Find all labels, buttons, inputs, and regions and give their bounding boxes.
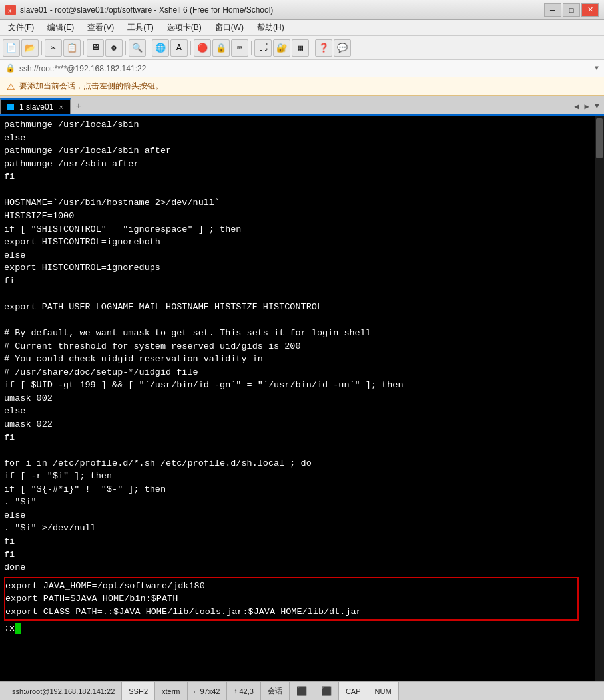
tab-nav-prev[interactable]: ◀ xyxy=(572,102,581,112)
menu-help[interactable]: 帮助(H) xyxy=(252,21,290,35)
tab-add-btn[interactable]: + xyxy=(71,98,87,114)
status-btn2[interactable]: ⬛ xyxy=(314,682,339,700)
toolbar-grid[interactable]: ▦ xyxy=(292,39,309,57)
terminal-line: else xyxy=(4,132,581,145)
terminal[interactable]: pathmunge /usr/local/sbinelse pathmunge … xyxy=(0,116,595,681)
warning-icon: ⚠ xyxy=(7,81,15,92)
title-bar: x slave01 - root@slave01:/opt/software -… xyxy=(0,0,604,20)
scrollbar-thumb[interactable] xyxy=(596,118,603,158)
tab-close-btn[interactable]: × xyxy=(59,103,63,111)
toolbar-open[interactable]: 📂 xyxy=(21,39,39,57)
minimize-button[interactable]: ─ xyxy=(544,3,561,17)
terminal-line: if [ "${-#*i}" != "$-" ]; then xyxy=(4,483,581,496)
terminal-line: if [ "$HISTCONTROL" = "ignorespace" ] ; … xyxy=(4,223,581,236)
toolbar-copy[interactable]: 📋 xyxy=(63,39,81,57)
tab-indicator xyxy=(7,104,14,110)
status-bar: ssh://root@192.168.182.141:22 SSH2 xterm… xyxy=(0,681,604,700)
menu-window[interactable]: 窗口(W) xyxy=(210,21,249,35)
toolbar-session[interactable]: ⚙ xyxy=(105,39,123,57)
terminal-line: fi xyxy=(4,548,581,562)
terminal-line: fi xyxy=(4,431,581,444)
terminal-line: fi xyxy=(4,170,581,184)
toolbar-sep2 xyxy=(83,41,84,55)
terminal-line xyxy=(4,444,581,457)
terminal-line: pathmunge /usr/sbin after xyxy=(4,158,581,171)
terminal-line xyxy=(4,287,581,301)
highlighted-line: export JAVA_HOME=/opt/software/jdk180 xyxy=(5,580,577,593)
menu-tabs[interactable]: 选项卡(B) xyxy=(162,21,207,35)
prompt-text: :x xyxy=(4,622,15,635)
terminal-line: if [ $UID -gt 199 ] && [ "`/usr/bin/id -… xyxy=(4,379,581,392)
toolbar-sep6 xyxy=(251,41,252,55)
info-bar-text: 要添加当前会话，点击左侧的箭头按钮。 xyxy=(19,81,163,92)
terminal-line: pathmunge /usr/local/sbin after xyxy=(4,144,581,158)
address-text: ssh://root:****@192.168.182.141:22 xyxy=(19,64,146,73)
toolbar-fullscreen[interactable]: ⛶ xyxy=(254,39,272,57)
toolbar-record[interactable]: 🔴 xyxy=(194,39,211,57)
terminal-line: fi xyxy=(4,275,581,288)
toolbar-globe[interactable]: 🌐 xyxy=(152,39,169,57)
menu-file[interactable]: 文件(F) xyxy=(3,21,39,35)
menu-tools[interactable]: 工具(T) xyxy=(122,21,158,35)
window-controls[interactable]: ─ □ ✕ xyxy=(544,3,599,17)
tab-nav: ◀ ▶ ▼ xyxy=(569,98,604,114)
menu-bar: 文件(F) 编辑(E) 查看(V) 工具(T) 选项卡(B) 窗口(W) 帮助(… xyxy=(0,20,604,36)
tab-nav-next[interactable]: ▶ xyxy=(583,102,591,112)
prompt-line: :x xyxy=(4,622,581,635)
toolbar-sep3 xyxy=(125,41,126,55)
toolbar-lock2[interactable]: 🔐 xyxy=(273,39,290,57)
highlighted-section: export JAVA_HOME=/opt/software/jdk180exp… xyxy=(4,577,579,621)
title-bar-left: x slave01 - root@slave01:/opt/software -… xyxy=(5,5,273,15)
toolbar-chat[interactable]: 💬 xyxy=(334,39,351,57)
terminal-line: else xyxy=(4,509,581,522)
status-caps: CAP xyxy=(339,682,368,700)
terminal-line: HOSTNAME=`/usr/bin/hostname 2>/dev/null` xyxy=(4,196,581,210)
address-dropdown-btn[interactable]: ▼ xyxy=(595,65,599,72)
status-btn1[interactable]: ⬛ xyxy=(290,682,314,700)
status-protocol: SSH2 xyxy=(122,682,155,700)
terminal-line: umask 002 xyxy=(4,392,581,405)
toolbar-new[interactable]: 📄 xyxy=(3,39,20,57)
terminal-line xyxy=(4,184,581,197)
maximize-button[interactable]: □ xyxy=(563,3,580,17)
cursor xyxy=(15,623,21,634)
status-connection: ssh://root@192.168.182.141:22 xyxy=(5,682,122,700)
status-session[interactable]: 会话 xyxy=(261,682,290,700)
address-bar: 🔒 ssh://root:****@192.168.182.141:22 ▼ xyxy=(0,60,604,77)
highlighted-line: export PATH=$JAVA_HOME/bin:$PATH xyxy=(5,592,577,606)
toolbar: 📄 📂 ✂ 📋 🖥 ⚙ 🔍 🌐 A 🔴 🔒 ⌨ ⛶ 🔐 ▦ ❓ 💬 xyxy=(0,36,604,60)
status-size: ⌐ 97x42 xyxy=(188,682,228,700)
toolbar-sep7 xyxy=(312,41,312,55)
toolbar-lock[interactable]: 🔒 xyxy=(212,39,230,57)
tab-label: 1 slave01 xyxy=(19,102,53,112)
highlighted-line: export CLASS_PATH=.:$JAVA_HOME/lib/tools… xyxy=(5,606,577,619)
toolbar-help[interactable]: ❓ xyxy=(315,39,332,57)
lock-icon: 🔒 xyxy=(5,63,15,73)
svg-text:x: x xyxy=(8,7,12,14)
toolbar-keyboard[interactable]: ⌨ xyxy=(231,39,248,57)
terminal-line: umask 022 xyxy=(4,418,581,431)
terminal-line: export PATH USER LOGNAME MAIL HOSTNAME H… xyxy=(4,301,581,314)
terminal-line: else xyxy=(4,249,581,262)
toolbar-sep5 xyxy=(190,41,191,55)
scrollbar[interactable] xyxy=(595,116,604,681)
terminal-line: # You could check uidgid reservation val… xyxy=(4,353,581,366)
tab-slave01[interactable]: 1 slave01 × xyxy=(0,98,71,114)
close-button[interactable]: ✕ xyxy=(581,3,599,17)
toolbar-font[interactable]: A xyxy=(170,39,188,57)
terminal-line: . "$i" xyxy=(4,496,581,509)
app-icon: x xyxy=(5,5,16,15)
tab-nav-menu[interactable]: ▼ xyxy=(593,102,601,111)
toolbar-connect[interactable]: 🖥 xyxy=(87,39,104,57)
toolbar-cut[interactable]: ✂ xyxy=(45,39,62,57)
menu-view[interactable]: 查看(V) xyxy=(82,21,119,35)
menu-edit[interactable]: 编辑(E) xyxy=(42,21,79,35)
toolbar-search[interactable]: 🔍 xyxy=(129,39,146,57)
status-terminal: xterm xyxy=(155,682,188,700)
terminal-line: # Current threshold for system reserved … xyxy=(4,340,581,353)
terminal-line: . "$i" >/dev/null xyxy=(4,522,581,535)
terminal-line: fi xyxy=(4,535,581,548)
terminal-wrapper: pathmunge /usr/local/sbinelse pathmunge … xyxy=(0,116,604,681)
terminal-line: done xyxy=(4,561,581,574)
toolbar-sep1 xyxy=(41,41,42,55)
